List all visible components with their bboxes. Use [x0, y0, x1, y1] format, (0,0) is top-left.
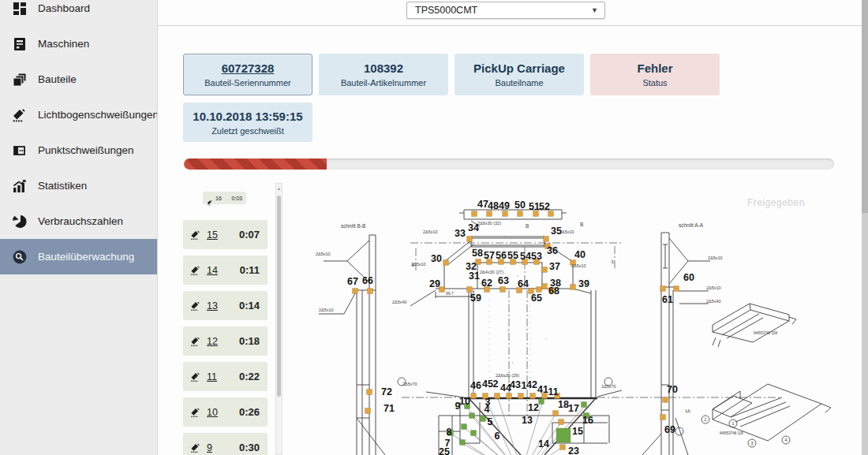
sidebar-item-lichtbogenschwei-ungen[interactable]: Lichtbogenschweißungen	[0, 97, 157, 132]
weld-list-item-12[interactable]: 120:18	[183, 326, 268, 356]
weld-point-marker[interactable]	[472, 211, 477, 217]
weld-number-label: 55	[507, 250, 518, 261]
components-icon	[12, 72, 28, 88]
weld-number-link[interactable]: 14	[207, 265, 218, 276]
weld-point-marker[interactable]	[530, 393, 536, 399]
sidebar-item-verbrauchszahlen[interactable]: Verbrauchszahlen	[0, 203, 157, 239]
sidebar-item-statistiken[interactable]: Statistiken	[0, 168, 157, 203]
weld-number-link[interactable]: 9	[207, 442, 212, 453]
weld-point-marker[interactable]	[365, 408, 371, 414]
arc-weld-icon	[207, 195, 213, 201]
weld-point-marker[interactable]	[471, 393, 477, 399]
machine-select[interactable]: TPS5000CMT ▼	[406, 2, 605, 19]
weld-point-marker[interactable]	[462, 424, 467, 430]
weld-point-marker[interactable]	[487, 211, 492, 217]
weld-point-marker[interactable]	[559, 420, 564, 425]
consumption-icon	[12, 214, 28, 229]
weld-point-marker[interactable]	[660, 415, 666, 420]
sidebar-item-label: Punktschweißungen	[38, 144, 134, 156]
sidebar-item-maschinen[interactable]: Maschinen	[0, 26, 157, 62]
weld-number-label: 10	[459, 396, 470, 407]
drawing-annotation: B	[526, 223, 529, 229]
weld-point-marker[interactable]	[460, 440, 466, 446]
card-value[interactable]: 60727328	[222, 62, 275, 75]
weld-point-marker[interactable]	[467, 287, 473, 293]
weld-point-marker[interactable]	[556, 428, 571, 442]
weld-point-marker[interactable]	[571, 285, 576, 290]
sidebar-item-punktschwei-ungen[interactable]: Punktschweißungen	[0, 132, 157, 168]
weld-number-label: 17	[568, 403, 579, 414]
weld-point-marker[interactable]	[470, 413, 475, 419]
weld-list-item-11[interactable]: 110:22	[183, 362, 268, 391]
weld-number-link[interactable]: 15	[207, 229, 218, 241]
weld-duration: 0:30	[239, 442, 260, 453]
drawing-annotation: 2Δ5x10	[571, 263, 586, 268]
weld-point-marker[interactable]	[503, 211, 508, 217]
weld-number-label: 29	[429, 278, 440, 289]
weld-list-item-14[interactable]: 140:11	[183, 255, 268, 285]
card-value: PickUp Carriage	[473, 62, 565, 75]
weld-point-marker[interactable]	[539, 399, 544, 405]
weld-point-marker[interactable]	[537, 287, 542, 293]
weld-point-marker[interactable]	[553, 411, 559, 416]
weld-point-marker[interactable]	[353, 289, 358, 294]
weld-point-marker[interactable]	[500, 287, 506, 293]
weld-point-marker[interactable]	[467, 237, 473, 242]
sidebar-item-label: Bauteile	[38, 73, 77, 85]
weld-point-marker[interactable]	[367, 390, 372, 395]
weld-number-link[interactable]: 13	[207, 300, 218, 311]
page-scrollbar-thumb[interactable]	[862, 0, 868, 213]
weld-point-marker[interactable]	[368, 289, 373, 294]
sidebar-item-label: Maschinen	[38, 38, 89, 50]
weld-number-label: 36	[547, 245, 558, 256]
weld-list-item-9[interactable]: 90:30	[183, 433, 268, 455]
weld-list-item-13[interactable]: 130:14	[183, 291, 268, 320]
weld-number-label: 31	[469, 270, 480, 282]
weld-number-label: 15	[572, 426, 583, 437]
weld-number-link[interactable]: 16	[215, 196, 222, 201]
technical-drawing: 4748495051523433353058575655545336323137…	[284, 180, 836, 455]
weld-point-marker[interactable]	[507, 393, 512, 399]
sidebar-item-bauteil-berwachung[interactable]: Bauteilüberwachung	[0, 239, 157, 274]
weld-list-item-15[interactable]: 150:07	[183, 220, 268, 249]
info-card-status: FehlerStatus	[590, 54, 720, 95]
weld-list-item-16[interactable]: 160:03	[203, 192, 246, 204]
weld-number-link[interactable]: 10	[207, 407, 218, 418]
weld-point-marker[interactable]	[542, 267, 548, 273]
weld-point-marker[interactable]	[544, 237, 549, 242]
weld-point-marker[interactable]	[481, 416, 486, 422]
sidebar-item-bauteile[interactable]: Bauteile	[0, 62, 157, 97]
weld-list-scrollbar[interactable]: ▲	[275, 183, 282, 455]
weld-number-label: 60	[683, 272, 694, 283]
sidebar-item-label: Verbrauchszahlen	[38, 215, 123, 227]
weld-number-link[interactable]: 11	[207, 371, 217, 382]
scroll-up-icon[interactable]: ▲	[276, 184, 282, 193]
weld-point-marker[interactable]	[443, 260, 449, 266]
info-card-bauteil-artikelnummer: 108392Bauteil-Artikelnummer	[319, 54, 448, 95]
circled-reference-number: 4	[784, 438, 787, 442]
page-scrollbar[interactable]	[862, 0, 868, 455]
sidebar-item-label: Dashboard	[38, 2, 90, 14]
weld-point-marker[interactable]	[582, 402, 587, 408]
drawing-annotation: ε	[612, 259, 614, 264]
weld-point-marker[interactable]	[674, 286, 679, 292]
weld-point-marker[interactable]	[471, 431, 477, 436]
arc-weld-icon	[190, 407, 201, 418]
weld-point-marker[interactable]	[495, 393, 500, 399]
weld-point-marker[interactable]	[518, 211, 523, 217]
weld-number-link[interactable]: 12	[207, 336, 218, 347]
weld-list-item-10[interactable]: 100:26	[183, 397, 268, 427]
weld-list-scrollbar-thumb[interactable]	[277, 196, 281, 397]
weld-point-marker[interactable]	[663, 397, 668, 403]
weld-number-label: 53	[531, 251, 542, 262]
weld-number-label: 45	[482, 379, 493, 390]
drawing-annotation: 2Δ5x40	[706, 299, 721, 304]
weld-point-marker[interactable]	[542, 284, 548, 289]
weld-point-marker[interactable]	[518, 393, 524, 399]
weld-point-marker[interactable]	[560, 445, 566, 450]
weld-number-label: 42	[526, 379, 537, 390]
sidebar-item-dashboard[interactable]: Dashboard	[0, 0, 157, 26]
arc-weld-icon	[190, 229, 201, 241]
weld-point-marker[interactable]	[660, 286, 666, 292]
statistics-icon	[12, 178, 28, 194]
